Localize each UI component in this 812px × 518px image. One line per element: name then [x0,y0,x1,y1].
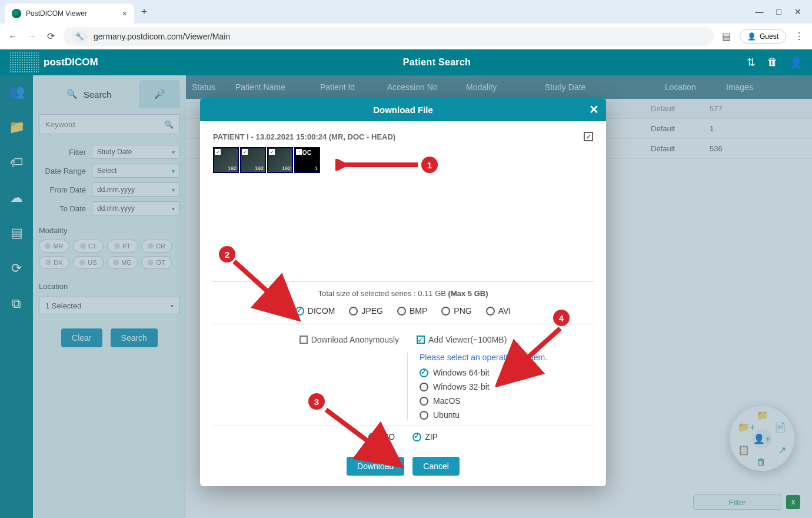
format-radio-png[interactable]: PNG [441,306,471,316]
modality-pill[interactable]: MG [107,256,138,269]
table-header: Status Patient Name Patient Id Accession… [186,75,812,99]
rail-patients-icon[interactable]: 👥 [6,81,27,102]
svg-line-1 [234,261,294,316]
browser-nav-bar: ← → ⟳ 🔧 germany.postdicom.com/Viewer/Mai… [0,24,812,49]
svg-line-3 [501,328,560,381]
col-images[interactable]: Images [726,82,767,92]
col-accession[interactable]: Accession No [387,82,464,92]
annotation-arrow [231,258,301,323]
modality-pill[interactable]: CR [141,240,172,253]
report-icon[interactable]: 📋 [738,444,750,456]
folder-icon[interactable]: 📁 [757,410,768,421]
user-icon[interactable]: 👤 [790,56,803,69]
filter-select[interactable]: Study Date▾ [92,145,180,159]
window-controls: — □ ✕ [756,7,812,16]
trash-icon[interactable]: 🗑 [767,56,778,69]
rail-tags-icon[interactable]: 🏷 [6,152,27,173]
annotation-arrow [335,159,418,171]
favicon [12,9,21,18]
os-radio-ubuntu[interactable]: Ubuntu [420,410,593,420]
modality-pills: MR CT PT CR DX US MG OT [39,240,180,269]
archive-radio-zip[interactable]: ZIP [412,432,438,441]
format-radio-bmp[interactable]: BMP [397,306,427,316]
modality-pill[interactable]: US [73,256,104,269]
modality-pill[interactable]: CT [73,240,104,253]
col-location[interactable]: Location [665,82,724,92]
logo[interactable]: postDICOM [9,52,127,73]
filter-button[interactable]: Filter [693,494,781,510]
kebab-menu-icon[interactable]: ⋮ [793,31,805,42]
series-thumbnail[interactable]: ✓192 [240,147,266,173]
action-wheel[interactable]: 👤+ 📁 📁+ 📄 📋 ↗ 🗑 [730,406,794,471]
clear-button[interactable]: Clear [61,328,102,347]
reload-icon[interactable]: ⟳ [45,31,56,42]
profile-button[interactable]: 👤 Guest [740,29,786,44]
close-icon[interactable]: ✕ [589,102,599,117]
col-study-date[interactable]: Study Date [545,82,663,92]
modality-pill[interactable]: OT [141,256,172,269]
minimize-icon[interactable]: — [756,7,764,16]
share-icon[interactable]: ↗ [778,444,786,456]
app-header: postDICOM Patient Search ⇅ 🗑 👤 [0,49,812,75]
modality-pill[interactable]: PT [107,240,138,253]
forward-icon[interactable]: → [26,31,38,42]
col-patient-name[interactable]: Patient Name [235,82,318,92]
col-modality[interactable]: Modality [466,82,543,92]
col-patient-id[interactable]: Patient Id [320,82,385,92]
add-viewer-checkbox[interactable]: ✓Add Viewer(~100MB) [417,335,507,344]
series-thumbnail-doc[interactable]: ✓DOC1 [294,147,320,173]
browser-tab[interactable]: PostDICOM Viewer × [5,4,134,24]
os-radio-macos[interactable]: MacOS [420,396,593,406]
location-label: Location [39,282,180,291]
cancel-button[interactable]: Cancel [412,457,460,476]
annotation-arrow [322,406,405,471]
study-label: PATIENT I - 13.02.2021 15:00:24 (MR, DOC… [213,132,395,141]
address-bar[interactable]: 🔧 germany.postdicom.com/Viewer/Main [64,27,714,46]
format-radio-avi[interactable]: AVI [486,306,511,316]
page-title: Patient Search [127,57,747,68]
trash-icon[interactable]: 🗑 [757,457,766,467]
tab-search-label: Search [84,89,112,99]
todate-input[interactable]: dd.mm.yyyy▾ [92,201,180,215]
series-thumbnail[interactable]: ✓192 [267,147,293,173]
todate-label: To Date [39,204,92,213]
left-rail: 👥 📁 🏷 ☁ ▤ ⟳ ⧉ [0,75,33,518]
close-tab-icon[interactable]: × [122,9,127,18]
add-folder-icon[interactable]: 📁+ [738,421,755,433]
rail-upload-icon[interactable]: ☁ [6,187,27,208]
select-all-checkbox[interactable]: ✓ [584,132,593,141]
new-tab-button[interactable]: + [134,2,154,22]
keyword-input[interactable]: Keyword 🔍 [39,114,180,134]
document-icon[interactable]: 📄 [774,421,786,433]
series-thumbnail[interactable]: ✓192 [213,147,239,173]
tab-search[interactable]: 🔍 Search [39,80,139,108]
modality-label: Modality [39,226,180,235]
close-window-icon[interactable]: ✕ [794,7,801,16]
search-button[interactable]: Search [111,328,158,347]
maximize-icon[interactable]: □ [777,7,781,16]
col-status[interactable]: Status [192,82,233,92]
search-icon: 🔍 [66,89,78,99]
tab-advanced-search[interactable]: 🔎 [139,80,180,108]
anonymous-checkbox[interactable]: Download Anonymously [299,335,399,344]
panel-icon[interactable]: ▤ [721,31,733,42]
daterange-select[interactable]: Select▾ [92,164,180,178]
rail-sync-icon[interactable]: ⟳ [6,258,27,279]
sort-icon[interactable]: ⇅ [747,56,756,69]
rail-worklist-icon[interactable]: ▤ [6,223,27,244]
keyword-placeholder: Keyword [45,120,75,129]
chevron-down-icon: ▾ [172,205,175,212]
modality-pill[interactable]: DX [39,256,69,269]
back-icon[interactable]: ← [7,31,19,42]
location-select[interactable]: 1 Selected▾ [39,297,180,314]
modal-title: Download File [373,105,433,115]
fromdate-input[interactable]: dd.mm.yyyy▾ [92,182,180,197]
profile-label: Guest [760,32,778,41]
chevron-down-icon: ▾ [172,187,175,193]
rail-folder-icon[interactable]: 📁 [6,117,27,138]
fromdate-label: From Date [39,185,92,194]
modality-pill[interactable]: MR [39,240,69,253]
export-excel-icon[interactable]: X [786,495,800,509]
rail-screens-icon[interactable]: ⧉ [6,293,27,314]
format-radio-jpeg[interactable]: JPEG [349,306,383,316]
